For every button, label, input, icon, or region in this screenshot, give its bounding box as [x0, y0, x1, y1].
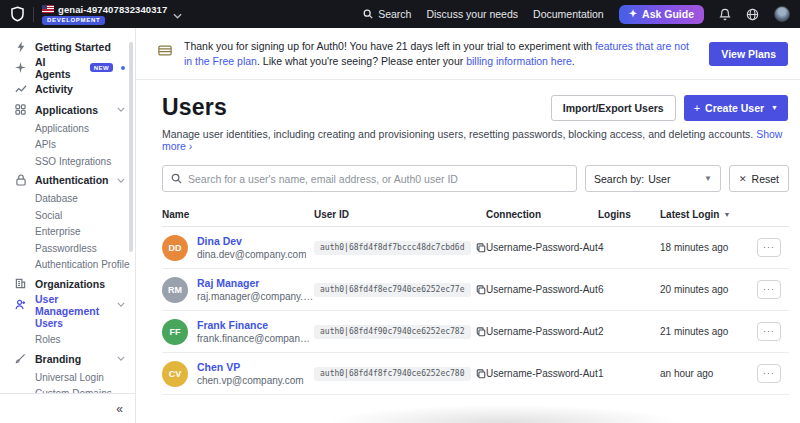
topbar-divider	[33, 7, 34, 22]
plus-icon: +	[694, 102, 700, 114]
user-management-person-icon	[14, 299, 27, 310]
logins-cell: 4	[598, 242, 660, 253]
search-by-label: Search by:	[594, 173, 644, 185]
branding-brush-icon	[14, 353, 27, 364]
row-actions-menu-button[interactable]: ···	[757, 238, 781, 257]
ask-guide-button[interactable]: ✦ Ask Guide	[619, 5, 704, 24]
sidebar-subitem-passwordless[interactable]: Passwordless	[0, 240, 135, 257]
user-email: raj.manager@company.com	[197, 291, 314, 302]
user-search-box	[162, 165, 577, 192]
copy-icon[interactable]	[476, 285, 486, 295]
sidebar-item-label: AI Agents	[35, 56, 82, 80]
tenant-name: genai-497407832340317	[58, 4, 167, 15]
user-name-link[interactable]: Dina Dev	[197, 235, 306, 247]
trial-banner: Thank you for signing up for Auth0! You …	[136, 28, 800, 80]
chevron-down-icon	[173, 5, 182, 23]
discuss-needs-link[interactable]: Discuss your needs	[426, 8, 518, 20]
banner-text-part: Thank you for signing up for Auth0! You …	[184, 40, 595, 52]
user-id-chip: auth0|68fd4f90c7940ce6252ec782	[314, 325, 471, 339]
global-search-button[interactable]: Search	[363, 8, 411, 20]
auth0-logo-icon[interactable]	[10, 6, 25, 22]
connection-cell: Username-Password-Aut...	[486, 284, 598, 295]
column-header-user-id[interactable]: User ID	[314, 209, 486, 220]
sidebar-nav: Getting Started AI Agents NEW Activity	[0, 28, 135, 393]
create-user-button[interactable]: + Create User ▼	[684, 95, 788, 121]
sidebar-subitem-authentication-profile[interactable]: Authentication Profile	[0, 257, 135, 274]
documentation-link[interactable]: Documentation	[533, 8, 604, 20]
bottom-shadow	[275, 397, 735, 423]
sidebar-subitem-users[interactable]: Users	[0, 315, 135, 332]
billing-information-link[interactable]: billing information here	[466, 55, 572, 67]
reset-label: Reset	[752, 173, 779, 185]
user-name-link[interactable]: Raj Manager	[197, 277, 314, 289]
sidebar-item-label: User Management	[35, 293, 109, 317]
create-user-label: Create User	[705, 102, 764, 114]
user-avatar[interactable]	[774, 6, 790, 22]
sidebar-item-label: Applications	[35, 104, 98, 116]
sidebar-item-authentication[interactable]: Authentication	[0, 170, 135, 191]
column-header-name[interactable]: Name	[162, 209, 314, 220]
sidebar-item-getting-started[interactable]: Getting Started	[0, 36, 135, 57]
sidebar-item-user-management[interactable]: User Management	[0, 294, 135, 315]
sidebar-collapse-button[interactable]: «	[116, 403, 123, 415]
search-by-dropdown[interactable]: Search by: User ▼	[585, 165, 721, 192]
row-actions-menu-button[interactable]: ···	[757, 364, 781, 383]
user-name-link[interactable]: Chen VP	[197, 361, 304, 373]
trial-banner-text: Thank you for signing up for Auth0! You …	[184, 39, 697, 68]
copy-icon[interactable]	[476, 327, 486, 337]
sidebar-scrollbar[interactable]	[129, 42, 133, 252]
reset-button[interactable]: ✕ Reset	[729, 165, 789, 192]
column-header-connection[interactable]: Connection	[486, 209, 598, 220]
sidebar-item-ai-agents[interactable]: AI Agents NEW	[0, 57, 135, 78]
latest-login-cell: an hour ago	[660, 368, 757, 379]
sidebar-subitem-sso-integrations[interactable]: SSO Integrations	[0, 153, 135, 170]
sidebar-item-branding[interactable]: Branding	[0, 348, 135, 369]
avatar: FF	[162, 319, 188, 345]
sidebar-item-applications[interactable]: Applications	[0, 99, 135, 120]
chevron-down-icon	[117, 302, 125, 307]
sidebar: Getting Started AI Agents NEW Activity	[0, 28, 136, 423]
user-id-cell: auth0|68fd4f8ec7940ce6252ec77e	[314, 283, 486, 297]
credit-card-icon	[158, 42, 172, 60]
top-bar: genai-497407832340317 DEVELOPMENT Search…	[0, 0, 800, 28]
sidebar-subitem-applications[interactable]: Applications	[0, 120, 135, 137]
user-id-cell: auth0|68fd4f8fc7940ce6252ec780	[314, 367, 486, 381]
user-email: frank.finance@company.com	[197, 333, 314, 344]
connection-cell: Username-Password-Aut...	[486, 368, 598, 379]
region-flag-icon	[42, 5, 54, 13]
import-export-users-button[interactable]: Import/Export Users	[551, 95, 676, 121]
organizations-building-icon	[14, 278, 27, 289]
user-search-input[interactable]	[188, 173, 568, 185]
column-header-latest-login[interactable]: Latest Login▼	[660, 209, 757, 220]
connection-cell: Username-Password-Aut...	[486, 242, 598, 253]
logins-cell: 6	[598, 284, 660, 295]
user-id-chip: auth0|68fd4f8fc7940ce6252ec780	[314, 367, 471, 381]
table-row: RM Raj Manager raj.manager@company.com a…	[162, 269, 789, 311]
sidebar-item-activity[interactable]: Activity	[0, 78, 135, 99]
globe-icon[interactable]	[746, 8, 759, 21]
copy-icon[interactable]	[476, 369, 486, 379]
sidebar-subitem-custom-domains[interactable]: Custom Domains	[0, 386, 135, 394]
sidebar-item-organizations[interactable]: Organizations	[0, 273, 135, 294]
search-label: Search	[378, 8, 411, 20]
sidebar-item-label: Activity	[35, 83, 73, 95]
copy-icon[interactable]	[476, 243, 486, 253]
tenant-switcher[interactable]: genai-497407832340317 DEVELOPMENT	[42, 4, 182, 25]
search-icon	[171, 173, 182, 184]
row-actions-menu-button[interactable]: ···	[757, 322, 781, 341]
topbar-left: genai-497407832340317 DEVELOPMENT	[10, 4, 182, 25]
lightning-bolt-icon	[14, 41, 27, 53]
sidebar-subitem-database[interactable]: Database	[0, 191, 135, 208]
view-plans-button[interactable]: View Plans	[709, 42, 788, 66]
row-actions-menu-button[interactable]: ···	[757, 280, 781, 299]
sidebar-subitem-apis[interactable]: APIs	[0, 137, 135, 154]
notifications-bell-icon[interactable]	[719, 8, 731, 21]
user-name-cell: FF Frank Finance frank.finance@company.c…	[162, 319, 314, 345]
column-header-logins[interactable]: Logins	[598, 209, 660, 220]
user-name-cell: RM Raj Manager raj.manager@company.com	[162, 277, 314, 303]
sidebar-subitem-universal-login[interactable]: Universal Login	[0, 369, 135, 386]
sidebar-subitem-roles[interactable]: Roles	[0, 332, 135, 349]
sidebar-subitem-social[interactable]: Social	[0, 207, 135, 224]
user-name-link[interactable]: Frank Finance	[197, 319, 314, 331]
sidebar-subitem-enterprise[interactable]: Enterprise	[0, 224, 135, 241]
